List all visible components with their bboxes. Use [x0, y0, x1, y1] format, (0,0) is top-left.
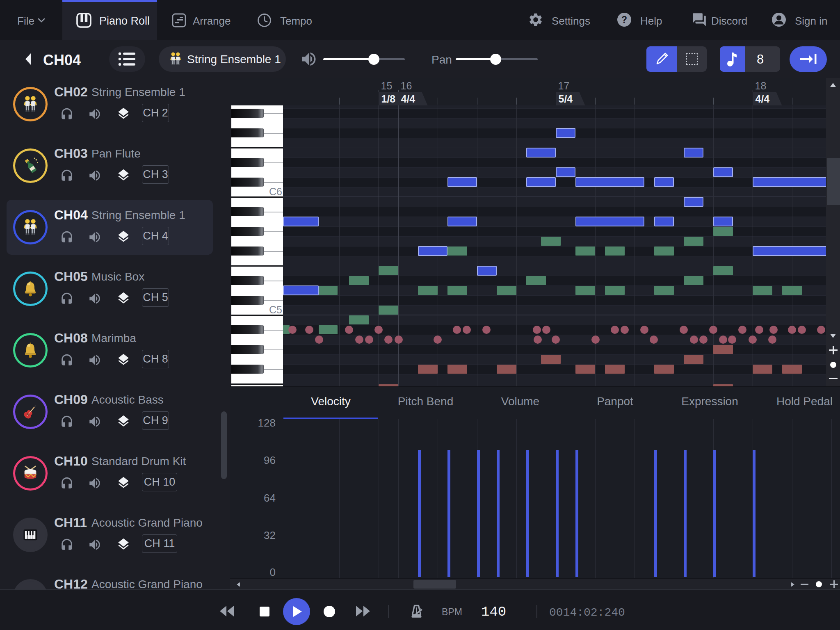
svg-text:?: ?	[621, 14, 627, 25]
